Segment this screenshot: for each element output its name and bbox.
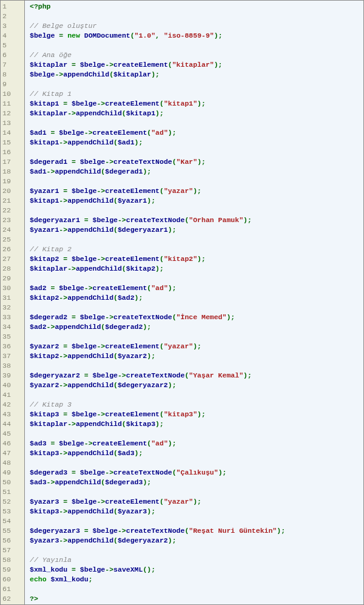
line-number: 39 [2,371,24,380]
line-number: 59 [2,565,24,575]
code-line: $kitap3->appendChild($ad3); [30,448,363,458]
line-number: 40 [2,380,24,390]
code-line [30,390,363,400]
line-number: 31 [2,293,24,303]
code-line: $kitap2->appendChild($ad2); [30,293,363,303]
code-line [30,303,363,313]
line-number: 44 [2,419,24,429]
code-line [30,429,363,439]
line-number: 62 [2,594,24,604]
line-number: 43 [2,410,24,419]
line-number-gutter: 1234567891011121314151617181920212223242… [1,1,25,604]
code-line: $kitap1->appendChild($yazar1); [30,196,363,206]
code-line: $kitap2->appendChild($yazar2); [30,351,363,361]
code-line: echo $xml_kodu; [30,575,363,584]
code-line: $degerad2 = $belge->createTextNode("İnce… [30,313,363,322]
code-line: $degerad3 = $belge->createTextNode("Çalı… [30,468,363,478]
code-line: $yazar3 = $belge->createElement("yazar")… [30,497,363,507]
code-line [30,274,363,283]
code-line: // Belge oluştur [30,21,363,31]
line-number: 28 [2,264,24,274]
code-line: $kitap1->appendChild($ad1); [30,138,363,147]
line-number: 35 [2,332,24,342]
line-number: 18 [2,167,24,177]
line-number: 29 [2,274,24,283]
code-line [30,546,363,555]
code-line [30,79,363,89]
code-line: $kitap3 = $belge->createElement("kitap3"… [30,410,363,419]
line-number: 30 [2,283,24,293]
code-line: $ad1->appendChild($degerad1); [30,167,363,177]
line-number: 24 [2,225,24,235]
code-line: $ad2->appendChild($degerad2); [30,322,363,332]
line-number: 2 [2,12,24,21]
line-number: 57 [2,546,24,555]
code-line [30,206,363,215]
code-line [30,12,363,21]
code-line: $ad2 = $belge->createElement("ad"); [30,283,363,293]
code-line [30,332,363,342]
code-line: ?> [30,594,363,604]
line-number: 5 [2,41,24,50]
line-number: 14 [2,128,24,138]
code-line: $belge = new DOMDocument("1.0", "iso-885… [30,31,363,41]
code-line: // Yayınla [30,555,363,565]
code-line [30,458,363,468]
code-line: $yazar1->appendChild($degeryazar1); [30,225,363,235]
line-number: 11 [2,99,24,109]
code-area: <?php// Belge oluştur$belge = new DOMDoc… [25,1,363,604]
code-line: // Kitap 3 [30,400,363,410]
code-line [30,516,363,526]
code-line: <?php [30,2,363,12]
line-number: 37 [2,351,24,361]
line-number: 27 [2,254,24,264]
code-line: $ad3 = $belge->createElement("ad"); [30,439,363,448]
line-number: 61 [2,584,24,594]
line-number: 21 [2,196,24,206]
code-line: $degeryazar2 = $belge->createTextNode("Y… [30,371,363,380]
code-line: $degeryazar1 = $belge->createTextNode("O… [30,215,363,225]
line-number: 32 [2,303,24,313]
line-number: 1 [2,2,24,12]
line-number: 42 [2,400,24,410]
line-number: 9 [2,79,24,89]
line-number: 33 [2,313,24,322]
code-line [30,41,363,50]
line-number: 8 [2,70,24,79]
line-number: 47 [2,448,24,458]
code-line: $xml_kodu = $belge->saveXML(); [30,565,363,575]
line-number: 56 [2,536,24,546]
line-number: 38 [2,361,24,371]
line-number: 25 [2,235,24,245]
line-number: 34 [2,322,24,332]
code-line: // Kitap 1 [30,89,363,99]
line-number: 3 [2,21,24,31]
code-line: $yazar2->appendChild($degeryazar2); [30,380,363,390]
code-line: $degerad1 = $belge->createTextNode("Kar"… [30,157,363,167]
line-number: 50 [2,478,24,487]
line-number: 20 [2,186,24,196]
line-number: 26 [2,245,24,254]
line-number: 17 [2,157,24,167]
code-line [30,487,363,497]
code-line: $kitaplar = $belge->createElement("kitap… [30,60,363,70]
line-number: 36 [2,342,24,351]
code-line: $kitap1 = $belge->createElement("kitap1"… [30,99,363,109]
line-number: 55 [2,526,24,536]
line-number: 7 [2,60,24,70]
line-number: 16 [2,147,24,157]
code-line: $kitaplar->appendChild($kitap3); [30,419,363,429]
code-line [30,235,363,245]
line-number: 6 [2,50,24,60]
line-number: 52 [2,497,24,507]
code-line: $kitaplar->appendChild($kitap1); [30,109,363,118]
code-editor: 1234567891011121314151617181920212223242… [0,0,364,605]
code-line: $kitaplar->appendChild($kitap2); [30,264,363,274]
line-number: 48 [2,458,24,468]
line-number: 53 [2,507,24,516]
line-number: 49 [2,468,24,478]
line-number: 58 [2,555,24,565]
code-line: $degeryazar3 = $belge->createTextNode("R… [30,526,363,536]
line-number: 41 [2,390,24,400]
code-line: $ad3->appendChild($degerad3); [30,478,363,487]
